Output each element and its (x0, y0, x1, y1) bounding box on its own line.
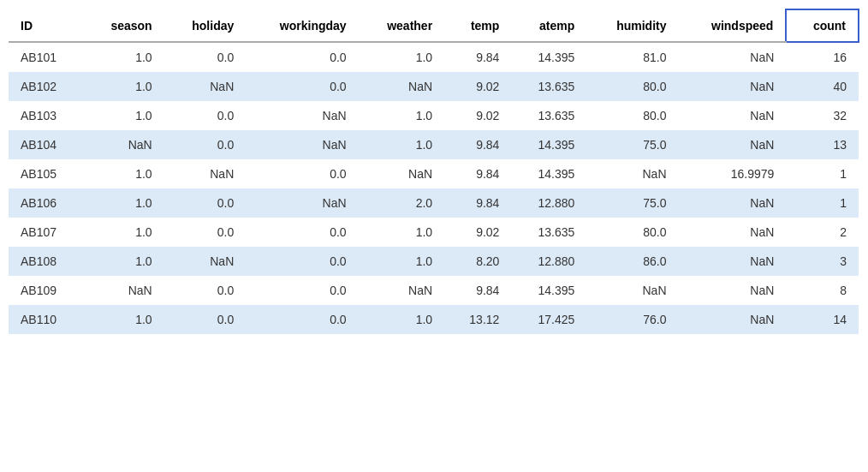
cell-id: AB110 (9, 305, 83, 334)
cell-atemp: 14.395 (511, 159, 586, 188)
cell-holiday: 0.0 (164, 305, 247, 334)
table-row: AB1101.00.00.01.013.1217.42576.0NaN14 (9, 305, 859, 334)
cell-atemp: 14.395 (511, 130, 586, 159)
cell-workingday: 0.0 (246, 159, 358, 188)
col-header-id: ID (9, 9, 83, 42)
cell-windspeed: NaN (679, 276, 787, 305)
cell-humidity: 80.0 (586, 218, 678, 247)
cell-weather: NaN (359, 72, 444, 101)
cell-weather: NaN (359, 276, 444, 305)
cell-weather: NaN (359, 159, 444, 188)
cell-holiday: 0.0 (164, 42, 247, 72)
cell-temp: 9.02 (444, 218, 511, 247)
cell-humidity: NaN (586, 276, 678, 305)
cell-windspeed: NaN (679, 188, 787, 218)
cell-id: AB104 (9, 130, 83, 159)
cell-workingday: 0.0 (246, 247, 358, 276)
cell-id: AB109 (9, 276, 83, 305)
cell-workingday: NaN (246, 101, 358, 130)
cell-atemp: 13.635 (511, 101, 586, 130)
cell-id: AB105 (9, 159, 83, 188)
cell-atemp: 17.425 (511, 305, 586, 334)
cell-count: 40 (786, 72, 859, 101)
cell-atemp: 12.880 (511, 188, 586, 218)
cell-temp: 9.84 (444, 42, 511, 72)
table-row: AB1061.00.0NaN2.09.8412.88075.0NaN1 (9, 188, 859, 218)
cell-temp: 13.12 (444, 305, 511, 334)
cell-humidity: 75.0 (586, 130, 678, 159)
cell-windspeed: NaN (679, 72, 787, 101)
cell-count: 1 (786, 188, 859, 218)
cell-windspeed: NaN (679, 101, 787, 130)
table-header-row: ID season holiday workingday weather tem… (9, 9, 859, 42)
cell-windspeed: NaN (679, 42, 787, 72)
cell-windspeed: 16.9979 (679, 159, 787, 188)
cell-temp: 8.20 (444, 247, 511, 276)
cell-season: 1.0 (83, 72, 164, 101)
col-header-humidity: humidity (586, 9, 678, 42)
cell-weather: 1.0 (359, 305, 444, 334)
table-row: AB1031.00.0NaN1.09.0213.63580.0NaN32 (9, 101, 859, 130)
cell-workingday: 0.0 (246, 218, 358, 247)
cell-temp: 9.84 (444, 276, 511, 305)
cell-holiday: 0.0 (164, 188, 247, 218)
cell-workingday: NaN (246, 188, 358, 218)
cell-holiday: 0.0 (164, 276, 247, 305)
col-header-windspeed: windspeed (679, 9, 787, 42)
cell-holiday: NaN (164, 72, 247, 101)
cell-humidity: NaN (586, 159, 678, 188)
cell-id: AB102 (9, 72, 83, 101)
cell-temp: 9.02 (444, 101, 511, 130)
data-table: ID season holiday workingday weather tem… (9, 9, 859, 334)
cell-weather: 1.0 (359, 42, 444, 72)
cell-temp: 9.84 (444, 159, 511, 188)
col-header-holiday: holiday (164, 9, 247, 42)
cell-workingday: 0.0 (246, 276, 358, 305)
cell-atemp: 13.635 (511, 218, 586, 247)
cell-holiday: NaN (164, 247, 247, 276)
cell-weather: 1.0 (359, 247, 444, 276)
cell-weather: 1.0 (359, 101, 444, 130)
cell-season: 1.0 (83, 188, 164, 218)
cell-id: AB108 (9, 247, 83, 276)
cell-atemp: 14.395 (511, 42, 586, 72)
table-row: AB1021.0NaN0.0NaN9.0213.63580.0NaN40 (9, 72, 859, 101)
cell-holiday: 0.0 (164, 218, 247, 247)
cell-count: 32 (786, 101, 859, 130)
cell-humidity: 86.0 (586, 247, 678, 276)
table-row: AB1071.00.00.01.09.0213.63580.0NaN2 (9, 218, 859, 247)
cell-season: NaN (83, 130, 164, 159)
cell-windspeed: NaN (679, 130, 787, 159)
cell-id: AB101 (9, 42, 83, 72)
cell-holiday: NaN (164, 159, 247, 188)
cell-atemp: 13.635 (511, 72, 586, 101)
table-row: AB1051.0NaN0.0NaN9.8414.395NaN16.99791 (9, 159, 859, 188)
col-header-workingday: workingday (246, 9, 358, 42)
col-header-weather: weather (359, 9, 444, 42)
cell-count: 8 (786, 276, 859, 305)
cell-humidity: 76.0 (586, 305, 678, 334)
cell-humidity: 75.0 (586, 188, 678, 218)
cell-weather: 1.0 (359, 218, 444, 247)
cell-temp: 9.84 (444, 188, 511, 218)
table-row: AB109NaN0.00.0NaN9.8414.395NaNNaN8 (9, 276, 859, 305)
cell-count: 3 (786, 247, 859, 276)
cell-workingday: 0.0 (246, 42, 358, 72)
cell-windspeed: NaN (679, 218, 787, 247)
cell-season: NaN (83, 276, 164, 305)
cell-id: AB106 (9, 188, 83, 218)
cell-weather: 1.0 (359, 130, 444, 159)
cell-holiday: 0.0 (164, 101, 247, 130)
cell-workingday: 0.0 (246, 72, 358, 101)
cell-season: 1.0 (83, 305, 164, 334)
cell-temp: 9.84 (444, 130, 511, 159)
cell-humidity: 81.0 (586, 42, 678, 72)
cell-count: 1 (786, 159, 859, 188)
table-row: AB1081.0NaN0.01.08.2012.88086.0NaN3 (9, 247, 859, 276)
col-header-atemp: atemp (511, 9, 586, 42)
cell-windspeed: NaN (679, 305, 787, 334)
cell-humidity: 80.0 (586, 72, 678, 101)
cell-season: 1.0 (83, 101, 164, 130)
cell-holiday: 0.0 (164, 130, 247, 159)
col-header-count[interactable]: count (786, 9, 859, 42)
